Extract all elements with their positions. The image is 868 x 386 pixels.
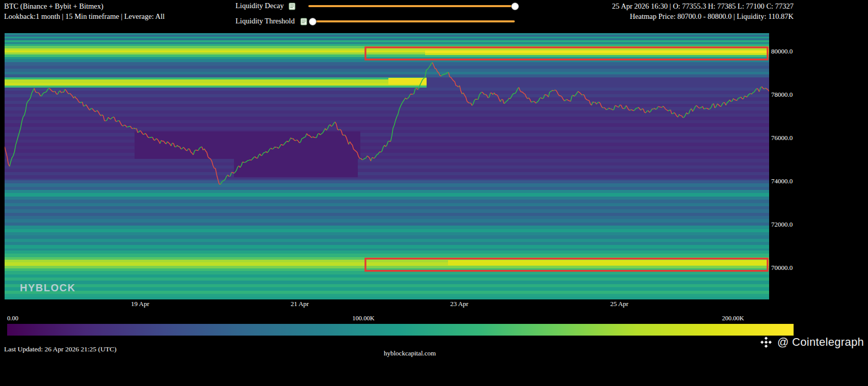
cointelegraph-watermark: @ Cointelegraph bbox=[759, 336, 864, 349]
liquidity-decay-knob[interactable] bbox=[511, 3, 519, 10]
heatmap-chart[interactable]: HYBLOCK bbox=[5, 33, 769, 299]
heatmap-canvas[interactable] bbox=[5, 33, 769, 299]
colorbar-tick: 100.00K bbox=[352, 315, 374, 322]
chart-settings: Lookback:1 month | 15 Min timeframe | Le… bbox=[4, 12, 165, 21]
date-label: 21 Apr bbox=[291, 300, 309, 308]
price-label: 72000.0 bbox=[771, 220, 793, 229]
price-label: 70000.0 bbox=[771, 264, 793, 272]
last-updated-label: Last Updated: 26 Apr 2026 21:25 (UTC) bbox=[4, 345, 116, 353]
app-root: BTC (Binance + Bybit + Bitmex) Lookback:… bbox=[0, 0, 868, 386]
liquidity-decay-label: Liquidity Decay bbox=[235, 2, 284, 10]
site-watermark: hyblockcapital.com bbox=[384, 349, 436, 357]
ohlc-readout: 25 Apr 2026 16:30 | O: 77355.3 H: 77385 … bbox=[612, 2, 794, 11]
colorbar bbox=[7, 324, 794, 336]
diamond-logo-icon bbox=[759, 336, 773, 349]
date-label: 19 Apr bbox=[131, 300, 149, 308]
hyblock-watermark: HYBLOCK bbox=[20, 282, 75, 294]
liquidity-threshold-slider[interactable] bbox=[312, 20, 515, 22]
symbol-title: BTC (Binance + Bybit + Bitmex) bbox=[4, 2, 103, 11]
price-label: 74000.0 bbox=[771, 177, 793, 185]
colorbar-tick: 200.00K bbox=[722, 315, 744, 322]
price-label: 80000.0 bbox=[771, 47, 793, 56]
liquidity-threshold-label: Liquidity Threshold bbox=[235, 17, 295, 25]
price-label: 76000.0 bbox=[771, 134, 793, 142]
colorbar-tick: 0.00 bbox=[7, 315, 18, 322]
liquidity-threshold-icon[interactable] bbox=[300, 18, 307, 25]
liquidity-threshold-knob[interactable] bbox=[309, 18, 317, 25]
date-label: 25 Apr bbox=[610, 300, 628, 308]
price-label: 78000.0 bbox=[771, 91, 793, 99]
liquidity-decay-slider[interactable] bbox=[308, 5, 515, 7]
date-label: 23 Apr bbox=[450, 300, 468, 308]
cointelegraph-label: @ Cointelegraph bbox=[777, 336, 864, 349]
liquidity-decay-icon[interactable] bbox=[288, 3, 296, 10]
heatmap-readout: Heatmap Price: 80700.0 - 80800.0 | Liqui… bbox=[630, 12, 794, 21]
